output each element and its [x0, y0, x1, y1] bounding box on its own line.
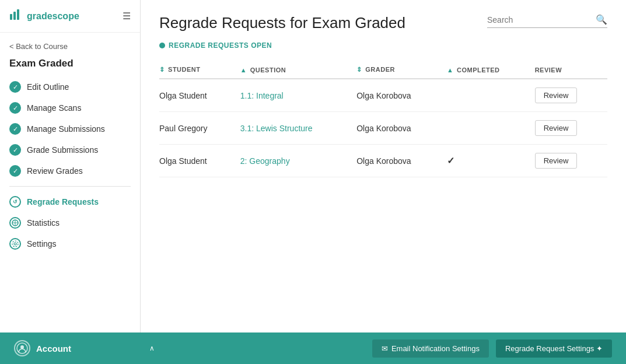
search-icon: 🔍 — [596, 14, 607, 25]
settings-icon — [9, 238, 21, 250]
check-icon: ✓ — [9, 165, 21, 177]
table-row: Olga Student 2: Geography Olga Korobova … — [159, 145, 607, 177]
regrade-request-settings-button[interactable]: Regrade Request Settings ✦ — [496, 340, 612, 358]
status-badge: REGRADE REQUESTS OPEN — [159, 41, 607, 50]
cell-question: 2: Geography — [240, 145, 356, 177]
page-title: Regrade Requests for Exam Graded — [159, 14, 405, 32]
check-icon: ✓ — [9, 81, 21, 93]
sidebar-item-label: Grade Submissions — [27, 145, 98, 155]
review-button[interactable]: Review — [535, 88, 578, 103]
logo-text: gradescope — [27, 11, 79, 22]
sidebar-item-review-grades[interactable]: ✓ Review Grades — [0, 160, 140, 181]
sidebar-item-label: Review Grades — [27, 166, 83, 176]
table-row: Paul Gregory 3.1: Lewis Structure Olga K… — [159, 112, 607, 145]
cell-question: 3.1: Lewis Structure — [240, 112, 356, 145]
sidebar-item-statistics[interactable]: Statistics — [0, 212, 140, 233]
question-link[interactable]: 3.1: Lewis Structure — [240, 124, 313, 133]
status-text: REGRADE REQUESTS OPEN — [169, 41, 272, 50]
sidebar-item-label: Regrade Requests — [27, 197, 99, 206]
sidebar-item-settings[interactable]: Settings — [0, 233, 140, 254]
svg-rect-0 — [10, 14, 12, 20]
sidebar: gradescope ☰ < Back to Course Exam Grade… — [0, 0, 141, 332]
email-icon: ✉ — [382, 344, 388, 353]
check-icon: ✓ — [9, 102, 21, 114]
sidebar-item-label: Edit Outline — [27, 82, 69, 92]
col-question[interactable]: ▲ QUESTION — [240, 61, 356, 79]
col-review: REVIEW — [535, 61, 607, 79]
search-box: 🔍 — [487, 14, 607, 28]
cell-student: Olga Student — [159, 145, 240, 177]
svg-rect-2 — [17, 9, 19, 20]
sidebar-item-regrade-requests[interactable]: ↺ Regrade Requests — [0, 191, 140, 212]
cell-completed — [447, 112, 535, 145]
statistics-icon — [9, 217, 21, 229]
col-student[interactable]: ⇕ STUDENT — [159, 61, 240, 79]
cell-grader: Olga Korobova — [356, 79, 447, 112]
back-to-course-link[interactable]: < Back to Course — [0, 40, 140, 55]
account-label: Account — [36, 344, 71, 354]
sidebar-item-label: Manage Submissions — [27, 124, 105, 134]
question-link[interactable]: 1.1: Integral — [240, 91, 284, 100]
review-button[interactable]: Review — [535, 120, 578, 136]
col-completed[interactable]: ▲ COMPLETED — [447, 61, 535, 79]
svg-rect-1 — [13, 12, 16, 20]
cell-completed — [447, 79, 535, 112]
requests-table: ⇕ STUDENT ▲ QUESTION ⇕ GRADER ▲ COMPLETE… — [159, 61, 607, 177]
sidebar-item-label: Manage Scans — [27, 103, 81, 113]
footer: Account ∧ ✉ Email Notification Settings … — [0, 332, 626, 364]
svg-point-9 — [20, 345, 24, 349]
logo-icon — [9, 8, 22, 24]
cell-review: Review — [535, 112, 607, 145]
hamburger-icon[interactable]: ☰ — [123, 10, 131, 22]
sidebar-header: gradescope ☰ — [0, 0, 140, 33]
page-header: Regrade Requests for Exam Graded 🔍 — [159, 14, 607, 32]
search-input[interactable] — [487, 15, 592, 24]
question-link[interactable]: 2: Geography — [240, 156, 290, 166]
sidebar-nav: < Back to Course Exam Graded ✓ Edit Outl… — [0, 33, 140, 332]
cell-student: Paul Gregory — [159, 112, 240, 145]
check-icon: ✓ — [9, 144, 21, 156]
check-icon: ✓ — [9, 123, 21, 135]
cell-grader: Olga Korobova — [356, 112, 447, 145]
cell-question: 1.1: Integral — [240, 79, 356, 112]
status-dot — [159, 43, 165, 48]
table-row: Olga Student 1.1: Integral Olga Korobova… — [159, 79, 607, 112]
sidebar-item-label: Statistics — [27, 218, 60, 228]
main-content: Regrade Requests for Exam Graded 🔍 REGRA… — [141, 0, 626, 332]
account-section: Account ∧ — [14, 340, 155, 356]
cell-student: Olga Student — [159, 79, 240, 112]
cell-completed: ✓ — [447, 145, 535, 177]
cell-grader: Olga Korobova — [356, 145, 447, 177]
completed-checkmark: ✓ — [447, 156, 454, 166]
table-body: Olga Student 1.1: Integral Olga Korobova… — [159, 79, 607, 177]
cell-review: Review — [535, 79, 607, 112]
svg-point-7 — [12, 241, 18, 247]
review-button[interactable]: Review — [535, 153, 578, 169]
sidebar-item-grade-submissions[interactable]: ✓ Grade Submissions — [0, 139, 140, 160]
table-head: ⇕ STUDENT ▲ QUESTION ⇕ GRADER ▲ COMPLETE… — [159, 61, 607, 79]
account-avatar — [14, 340, 30, 356]
sidebar-item-label: Settings — [27, 239, 57, 249]
sidebar-item-manage-scans[interactable]: ✓ Manage Scans — [0, 97, 140, 118]
email-notification-settings-button[interactable]: ✉ Email Notification Settings — [372, 340, 489, 358]
col-grader[interactable]: ⇕ GRADER — [356, 61, 447, 79]
course-title: Exam Graded — [0, 55, 140, 76]
sidebar-item-manage-submissions[interactable]: ✓ Manage Submissions — [0, 118, 140, 139]
footer-actions: ✉ Email Notification Settings Regrade Re… — [372, 340, 612, 358]
cell-review: Review — [535, 145, 607, 177]
sidebar-item-edit-outline[interactable]: ✓ Edit Outline — [0, 76, 140, 97]
svg-point-6 — [14, 243, 16, 245]
regrade-requests-icon: ↺ — [9, 196, 21, 208]
chevron-up-icon[interactable]: ∧ — [149, 344, 155, 352]
sidebar-divider — [9, 186, 131, 187]
